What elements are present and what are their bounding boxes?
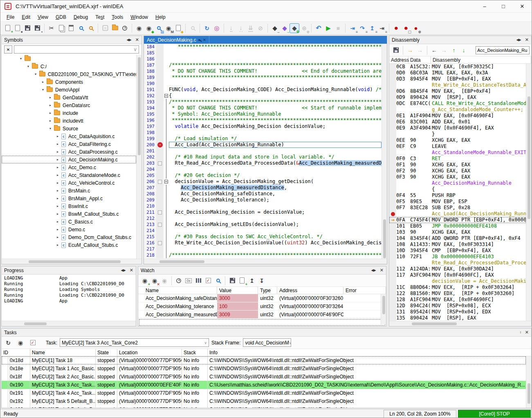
expand-icon[interactable]: ▸ <box>56 142 60 146</box>
menu-debug[interactable]: Debug <box>70 13 92 21</box>
column-info[interactable]: Info <box>208 349 531 356</box>
view-profiler-button[interactable]: ◆ <box>173 23 183 33</box>
watch-new-row[interactable] <box>139 319 386 326</box>
tasks-vertical-scrollbar[interactable] <box>526 356 531 408</box>
scrollbar-thumb[interactable] <box>138 57 141 155</box>
task-row[interactable]: 0x18d MyECU[1] Task 18 stopped (Virtual)… <box>2 356 526 364</box>
dock-toggle-icon[interactable]: ◀▶ <box>121 268 126 272</box>
tree-item[interactable]: ▸ includevtt <box>2 117 136 125</box>
expand-icon[interactable]: ▸ <box>56 134 60 138</box>
disasm-row[interactable]: 108A11433: MOV EAX, [0x0F303314] <box>389 241 526 248</box>
editor-line[interactable]: 205 /* #20 Get decision */ <box>144 172 382 179</box>
workspace-button[interactable] <box>100 23 110 33</box>
paste-button[interactable] <box>66 23 76 33</box>
tree-item[interactable]: ▾ <box>2 55 136 63</box>
disasm-row[interactable]: 0F290 XCHG EAX, EAX <box>389 168 526 174</box>
expand-icon[interactable]: ▸ <box>56 181 60 185</box>
expand-icon[interactable]: ▸ <box>56 173 60 177</box>
watch-vertical-scrollbar[interactable] <box>381 294 386 324</box>
scrollbar-thumb[interactable] <box>382 296 385 314</box>
tree-item[interactable]: ▸ BrsMain_Appl.c <box>2 194 136 202</box>
editor-line[interactable]: 218 /***********************************… <box>144 252 382 258</box>
disasm-row[interactable]: 0F589E5 MOV EBP, ESP <box>389 199 526 205</box>
expand-icon[interactable]: ▸ <box>48 96 52 99</box>
expand-icon[interactable]: ▸ <box>56 158 60 161</box>
run-button[interactable]: ▶ <box>323 23 333 33</box>
symbols-vertical-scrollbar[interactable] <box>136 55 141 259</box>
collapse-icon[interactable]: ▾ <box>19 57 23 60</box>
editor-line[interactable]: 212 <box>144 215 382 221</box>
close-panel-icon[interactable]: ✕ <box>135 37 139 42</box>
watch-row[interactable]: Acc_DecisionMaking_safeDistance3000 uint… <box>138 294 386 302</box>
tree-item[interactable]: ▾ CBD2201090_D02_TASKING_VTT\exter <box>2 70 136 78</box>
column-error[interactable]: Error <box>343 287 386 294</box>
task-row[interactable]: →0x190 MyECU[2] Task 3 Acc_Task... stopp… <box>2 381 526 389</box>
scrollbar-thumb[interactable] <box>412 322 457 325</box>
disasm-row[interactable]: 0E683C001 ADD EAX, 0x01 <box>389 119 526 125</box>
tree-item[interactable]: ▸ Acc_DataAquisition.c <box>2 132 136 140</box>
progress-horizontal-scrollbar[interactable] <box>2 321 136 326</box>
disasm-row[interactable]: g_Acc_StandalodeMode_Counter++; <box>389 107 526 113</box>
disassembly-goto-input[interactable]: Acc_DecisionMaking_Ru <box>476 46 530 54</box>
minimize-button[interactable]: – <box>475 0 494 12</box>
editor-line[interactable]: 207 Acc_DecisionMaking_measuredDistance, <box>144 185 382 191</box>
editor-line[interactable]: 209 Acc_DecisionMaking_tolerance); <box>144 197 382 203</box>
editor-line[interactable]: 203 Rte_Read_Acc_ProcessedData_Processed… <box>144 160 382 166</box>
editor-line[interactable]: 213 Acc_DecisionMaking_setLEDs(decisionV… <box>144 221 382 228</box>
add-list-icon[interactable]: + <box>237 276 247 286</box>
disasm-row[interactable]: 0E1A1F4904 MOV EAX, [0x0F4690F4] <box>389 113 526 119</box>
disasm-row[interactable]: 117A3FC904 MOV [0x0F4690FC], EAX <box>389 272 526 278</box>
editor-line[interactable]: 184 ************************************… <box>144 44 382 50</box>
scrollbar-thumb[interactable] <box>528 383 530 404</box>
disasm-row[interactable]: 0D06BC03A IMUL EAX, EAX, 0x3A <box>389 70 526 76</box>
tree-item[interactable]: ▸ Acc_DataProcessing.c <box>2 148 136 156</box>
close-panel-icon[interactable]: ✕ <box>525 330 529 335</box>
tree-item[interactable]: ▸ BswM_Callout_Stubs.c <box>2 210 136 218</box>
disasm-row[interactable]: 128A1FC904 MOV EAX, [0x0F4690FC] <box>389 297 526 303</box>
editor-line[interactable]: 185 <box>144 50 382 56</box>
editor-line[interactable]: 188 * DO NOT CHANGE THIS COMMENT! << End… <box>144 68 382 74</box>
editor-line[interactable]: 190 <box>144 80 382 87</box>
tree-item[interactable]: ▸ Components <box>2 78 136 86</box>
view-find-button[interactable]: ▤ <box>154 23 164 33</box>
task-row[interactable]: 0x191 MyECU[2] Task 4 Acc_Task... stoppe… <box>2 389 526 397</box>
disasm-row[interactable]: 0D9890424 MOV [RSP], EAX <box>389 94 526 101</box>
coverage-checkbox[interactable] <box>158 161 162 165</box>
watch-row[interactable]: Acc_DecisionMaking_measuredDista3009 uin… <box>138 311 386 319</box>
find-in-files-button[interactable] <box>86 23 96 33</box>
editor-line[interactable]: 196 ************************************… <box>144 117 382 123</box>
disasm-row[interactable]: 0EE90 XCHG EAX, EAX <box>389 137 526 143</box>
maximize-button[interactable]: □ <box>494 0 513 12</box>
expand-icon[interactable]: ▸ <box>56 189 60 192</box>
column-id[interactable]: ID <box>2 349 30 356</box>
expand-icon[interactable]: ▸ <box>48 119 52 123</box>
open-workspace-button[interactable] <box>110 23 120 33</box>
expand-icon[interactable]: ▸ <box>48 111 52 115</box>
dock-toggle-icon[interactable]: ◀▶ <box>126 38 131 42</box>
coverage-checkbox[interactable] <box>158 180 162 184</box>
sort-watches-icon[interactable] <box>193 276 203 286</box>
disassembly-vertical-scrollbar[interactable] <box>526 64 531 321</box>
tree-item[interactable]: ▸ GenData\src <box>2 101 136 109</box>
expand-icon[interactable]: ▸ <box>56 235 60 239</box>
editor-line[interactable]: 216 Rte_Write_Acc_Decision_DecisionValue… <box>144 240 382 246</box>
view-watch-button[interactable]: ◉ <box>134 23 144 33</box>
tab-close-icon[interactable]: ✕ <box>203 38 206 42</box>
column-value[interactable]: Value <box>217 287 258 294</box>
disasm-row[interactable]: 0CBA15C32: MOV EAX, [0x0F30325C] <box>389 64 526 70</box>
close-panel-icon[interactable]: ✕ <box>525 37 529 42</box>
editor-line[interactable]: 211 Acc_DecisionMaking_decision = decisi… <box>144 209 382 215</box>
editor-line[interactable]: 193 /***********************************… <box>144 99 382 105</box>
save-disassembly-button[interactable] <box>391 45 401 55</box>
refresh-tasks-icon[interactable]: ↻ <box>3 338 13 348</box>
tree-item[interactable]: ▸ BrsMain.c <box>2 187 136 194</box>
new-file-button[interactable]: + <box>3 23 13 33</box>
disasm-row[interactable]: 101EB05 JMP 0x000000000EFE4108 <box>389 223 526 229</box>
verify-download-button[interactable]: ⇊ <box>246 23 256 33</box>
move-up-icon[interactable]: ↥ <box>247 276 257 286</box>
coverage-checkbox[interactable] <box>158 241 162 245</box>
save-button[interactable] <box>22 23 32 33</box>
scrollbar-thumb[interactable] <box>24 322 47 325</box>
nav-back-icon[interactable]: ← <box>429 45 439 55</box>
tree-item[interactable]: ▸ C_Basics.c <box>2 218 136 226</box>
